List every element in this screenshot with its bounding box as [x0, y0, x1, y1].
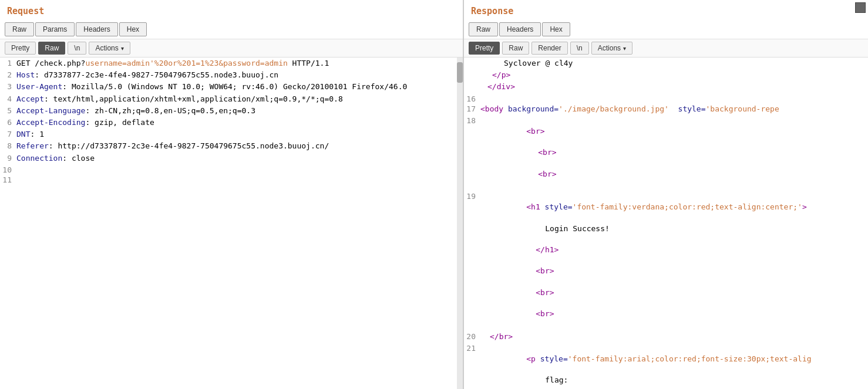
line-num-1: 1	[0, 57, 16, 67]
response-line-pre1: Syclover @ cl4y	[464, 57, 868, 69]
line-content-3: User-Agent: Mozilla/5.0 (Windows NT 10.0…	[16, 81, 463, 93]
line-num-9: 9	[0, 153, 16, 163]
line-num-8: 8	[0, 140, 16, 150]
line-num-3: 3	[0, 81, 16, 91]
resp-line-content-pre1: Syclover @ cl4y	[480, 57, 868, 69]
response-render-btn[interactable]: Render	[531, 42, 567, 55]
request-newline-btn[interactable]: \n	[68, 42, 86, 55]
request-line-9: 9 Connection: close	[0, 153, 463, 164]
resp-line-num-pre2	[464, 69, 480, 70]
line-num-4: 4	[0, 93, 16, 103]
resp-line-num-20: 20	[464, 331, 480, 341]
resp-line-content-17: <body background='./image/background.jpg…	[480, 103, 868, 115]
request-line-11: 11	[0, 174, 463, 184]
line-content-1: GET /check.php?username=admin'%20or%201=…	[16, 57, 463, 69]
response-tab-headers[interactable]: Headers	[499, 22, 541, 36]
line-num-6: 6	[0, 117, 16, 127]
resp-line-content-20: </br>	[480, 331, 868, 343]
request-tab-bar: Raw Params Headers Hex	[0, 20, 463, 39]
response-line-20: 20 </br>	[464, 331, 868, 343]
resp-line-num-pre3	[464, 81, 480, 82]
request-line-10: 10	[0, 164, 463, 174]
response-tab-hex[interactable]: Hex	[542, 22, 570, 36]
response-raw-btn[interactable]: Raw	[502, 42, 529, 55]
line-num-2: 2	[0, 69, 16, 79]
response-line-pre2: </p>	[464, 69, 868, 81]
resp-line-num-17: 17	[464, 103, 480, 113]
response-line-16: 16	[464, 93, 868, 103]
line-content-9: Connection: close	[16, 153, 463, 164]
response-pretty-btn[interactable]: Pretty	[469, 42, 500, 55]
response-line-18: 18 <br> <br> <br>	[464, 115, 868, 191]
line-content-7: DNT: 1	[16, 128, 463, 140]
request-tab-raw[interactable]: Raw	[5, 22, 34, 36]
resp-line-content-21: <p style='font-family:arial;color:red;fo…	[480, 343, 868, 389]
line-content-11	[16, 174, 463, 175]
response-line-19: 19 <h1 style='font-family:verdana;color:…	[464, 191, 868, 330]
request-line-7: 7 DNT: 1	[0, 128, 463, 140]
request-actions-btn[interactable]: Actions	[89, 42, 130, 55]
response-pane: Response Raw Headers Hex Pretty Raw Rend…	[464, 0, 868, 389]
request-line-3: 3 User-Agent: Mozilla/5.0 (Windows NT 10…	[0, 81, 463, 93]
response-line-21: 21 <p style='font-family:arial;color:red…	[464, 343, 868, 389]
request-pane: Request Raw Params Headers Hex Pretty Ra…	[0, 0, 464, 389]
line-content-6: Accept-Encoding: gzip, deflate	[16, 117, 463, 128]
request-line-1: 1 GET /check.php?username=admin'%20or%20…	[0, 57, 463, 69]
response-tab-bar: Raw Headers Hex	[464, 20, 868, 39]
resp-line-num-19: 19	[464, 191, 480, 201]
request-tab-headers[interactable]: Headers	[76, 22, 117, 36]
response-line-pre3: </div>	[464, 81, 868, 93]
line-content-4: Accept: text/html,application/xhtml+xml,…	[16, 93, 463, 105]
request-content[interactable]: 1 GET /check.php?username=admin'%20or%20…	[0, 57, 463, 389]
resp-line-content-19: <h1 style='font-family:verdana;color:red…	[480, 191, 868, 330]
request-line-4: 4 Accept: text/html,application/xhtml+xm…	[0, 93, 463, 105]
resp-line-num-16: 16	[464, 93, 480, 103]
response-content[interactable]: Syclover @ cl4y </p> </div> 16 17 <body …	[464, 57, 868, 389]
resp-line-num-18: 18	[464, 115, 480, 125]
request-toolbar: Pretty Raw \n Actions	[0, 39, 463, 57]
resp-line-content-16	[480, 93, 868, 94]
line-content-10	[16, 164, 463, 165]
line-num-5: 5	[0, 105, 16, 115]
response-line-17: 17 <body background='./image/background.…	[464, 103, 868, 115]
resp-line-content-pre3: </div>	[480, 81, 868, 93]
line-content-5: Accept-Language: zh-CN,zh;q=0.8,en-US;q=…	[16, 105, 463, 117]
line-content-8: Referer: http://d7337877-2c3e-4fe4-9827-…	[16, 140, 463, 152]
request-tab-hex[interactable]: Hex	[119, 22, 147, 36]
response-actions-btn[interactable]: Actions	[591, 42, 633, 55]
resp-line-num-21: 21	[464, 343, 480, 353]
request-tab-params[interactable]: Params	[35, 22, 75, 36]
request-line-8: 8 Referer: http://d7337877-2c3e-4fe4-982…	[0, 140, 463, 152]
line-num-10: 10	[0, 164, 16, 174]
request-title: Request	[0, 0, 463, 20]
response-title: Response	[464, 0, 868, 20]
line-num-11: 11	[0, 174, 16, 184]
request-pretty-btn[interactable]: Pretty	[5, 42, 36, 55]
resp-line-content-18: <br> <br> <br>	[480, 115, 868, 191]
request-line-2: 2 Host: d7337877-2c3e-4fe4-9827-75047967…	[0, 69, 463, 81]
request-scroll-thumb[interactable]	[457, 62, 463, 83]
request-line-5: 5 Accept-Language: zh-CN,zh;q=0.8,en-US;…	[0, 105, 463, 117]
line-content-2: Host: d7337877-2c3e-4fe4-9827-750479675c…	[16, 69, 463, 81]
response-tab-raw[interactable]: Raw	[469, 22, 498, 36]
response-toolbar: Pretty Raw Render \n Actions	[464, 39, 868, 57]
main-container: Request Raw Params Headers Hex Pretty Ra…	[0, 0, 868, 389]
request-line-6: 6 Accept-Encoding: gzip, deflate	[0, 117, 463, 128]
request-raw-btn[interactable]: Raw	[38, 42, 65, 55]
response-newline-btn[interactable]: \n	[570, 42, 589, 55]
line-num-7: 7	[0, 128, 16, 138]
corner-button[interactable]	[855, 2, 866, 13]
request-scrollbar[interactable]	[457, 57, 463, 389]
resp-line-content-pre2: </p>	[480, 69, 868, 81]
resp-line-num-pre1	[464, 57, 480, 59]
